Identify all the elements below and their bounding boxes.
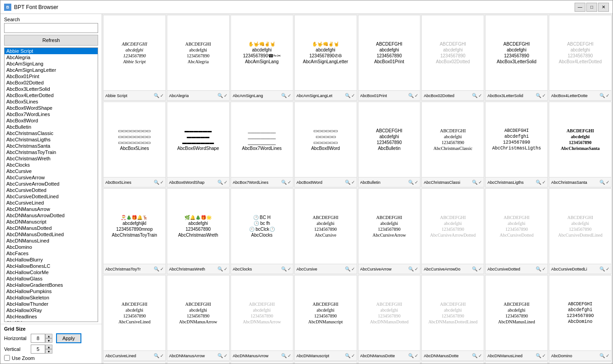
search-icon[interactable]: 🔍 xyxy=(281,266,287,271)
check-icon[interactable]: ✓ xyxy=(415,266,418,271)
font-cell[interactable]: ABCDEFGHIabcdefghi1234567890AbcDNManuscr… xyxy=(294,275,357,361)
search-icon[interactable]: 🔍 xyxy=(345,180,350,185)
font-cell[interactable]: ABCDEFGHIABCDEFGHI1234567890ABCHALLOWBLU… xyxy=(167,362,230,364)
search-icon[interactable]: 🔍 xyxy=(408,266,414,271)
check-icon[interactable]: ✓ xyxy=(478,266,482,271)
font-list-item[interactable]: AbcBox02Dotted xyxy=(5,79,98,86)
check-icon[interactable]: ✓ xyxy=(606,353,609,358)
search-icon[interactable]: 🔍 xyxy=(599,180,605,185)
check-icon[interactable]: ✓ xyxy=(542,266,546,271)
font-list-item[interactable]: AbcHallowSkeleton xyxy=(5,294,98,301)
check-icon[interactable]: ✓ xyxy=(160,93,164,98)
check-icon[interactable]: ✓ xyxy=(160,180,164,185)
font-list-item[interactable]: AbcAmSignLangLetter xyxy=(5,67,98,73)
font-cell[interactable]: ABCDEFGHIabcdefghi1234567890AbcDNManusAr… xyxy=(167,275,230,361)
search-input[interactable] xyxy=(4,23,98,33)
check-icon[interactable]: ✓ xyxy=(478,353,482,358)
check-icon[interactable]: ✓ xyxy=(351,93,355,98)
search-icon[interactable]: 🔍 xyxy=(154,93,159,98)
search-icon[interactable]: 🔍 xyxy=(472,93,477,98)
search-icon[interactable]: 🔍 xyxy=(536,266,541,271)
font-cell[interactable]: ABCDEFGHIABCDEFGHI1234567890AbcHallowBon… xyxy=(231,362,293,364)
font-cell[interactable]: ABCDEFGO!abcde fghi123456l890AbcHallowGl… xyxy=(358,362,421,364)
font-cell[interactable]: ABCDEFGHIabcdefghi123456789OAbcDominoAbc… xyxy=(549,275,612,361)
font-cell[interactable]: ABCDEFGHIabcdefghi1234567890AbcCursiveAr… xyxy=(421,188,484,274)
font-list-item[interactable]: AbcHallowBonesLC xyxy=(5,263,98,269)
search-icon[interactable]: 🔍 xyxy=(536,93,541,98)
search-icon[interactable]: 🔍 xyxy=(217,266,223,271)
font-cell[interactable]: ABCDEFGHIabcdefghi1234567890AbcChristmas… xyxy=(421,102,484,187)
font-list-item[interactable]: AbcBox8Word xyxy=(5,117,98,124)
font-list-item[interactable]: AbcBox3LetterSolid xyxy=(5,86,98,92)
font-cell[interactable]: [☠☠☠☠☠☠][💀💀💀💀][☠💀☠💀☠]AbcHallowSkeletonAb… xyxy=(549,362,612,364)
search-icon[interactable]: 🔍 xyxy=(408,353,414,358)
check-icon[interactable]: ✓ xyxy=(288,353,291,358)
font-list-item[interactable]: AbcAmSignLang xyxy=(5,61,98,67)
check-icon[interactable]: ✓ xyxy=(606,266,609,271)
search-icon[interactable]: 🔍 xyxy=(472,353,477,358)
search-icon[interactable]: 🔍 xyxy=(281,180,287,185)
font-cell[interactable]: ABCDEFGHIabcdefghi1234567890AbcDNManusDo… xyxy=(358,275,421,361)
search-icon[interactable]: 🔍 xyxy=(599,266,605,271)
font-list-item[interactable]: AbcChristmasLigths xyxy=(5,136,98,143)
check-icon[interactable]: ✓ xyxy=(160,266,164,271)
font-list-item[interactable]: AbcBox6WordShape xyxy=(5,105,98,111)
font-cell[interactable]: ABCDEFGHIabcdefghi1234567890AbcDNManusLi… xyxy=(485,275,548,361)
font-list-item[interactable]: AbcHallowThunder xyxy=(5,301,98,307)
font-cell[interactable]: ABCDEFGHIabcdefghi1234567890AbcCursiveDo… xyxy=(549,188,612,274)
font-cell[interactable]: 🌿🔔🎄🎁🌟abcdefghi1234567890AbcChristmasWret… xyxy=(167,188,230,274)
font-cell[interactable]: ABCDEFGHIabcdefghi1234567890AbcCursiveAb… xyxy=(294,188,357,274)
font-cell[interactable]: ✋🤟👊✌️🤘abcdefghi1234567890☎✁✂AbcAmSignLan… xyxy=(231,15,293,101)
font-list-item[interactable]: AbcHallowGlass xyxy=(5,275,98,282)
font-list-item[interactable]: AbcDomino xyxy=(5,244,98,250)
vertical-up-button[interactable]: ▲ xyxy=(45,345,52,349)
refresh-button[interactable]: Refresh xyxy=(4,35,98,46)
font-cell[interactable]: 🎅🎄🎁🔔🦌abcdefghijkl1234567890mnopAbcChrist… xyxy=(103,188,166,274)
search-icon[interactable]: 🔍 xyxy=(154,353,159,358)
font-cell[interactable]: _________________________________AbcBox7… xyxy=(231,102,293,187)
horizontal-input[interactable] xyxy=(31,334,45,343)
font-list-item[interactable]: AbcBox7WordLines xyxy=(5,111,98,117)
font-cell[interactable]: ABCDEFGHIabcdefghi1234567890AbcChristmas… xyxy=(549,102,612,187)
font-cell[interactable]: ABCDEFGHIabcdefghi1234567890AbcCursiveLi… xyxy=(103,275,166,361)
font-list-item[interactable]: AbcHallowPumpkins xyxy=(5,288,98,294)
font-list-item[interactable]: AbcHallowColorMe xyxy=(5,269,98,275)
font-list-item[interactable]: AbcCursiveArrowDotted xyxy=(5,181,98,187)
search-icon[interactable]: 🔍 xyxy=(281,93,287,98)
font-list-item[interactable]: AbcChristmasClassic xyxy=(5,130,98,136)
font-cell[interactable]: ABCDEFGHIabcdefghi1234567890Abc Hallow P… xyxy=(485,362,548,364)
font-cell[interactable]: ✋🤟👊✌️🤘abcdefghi1234567890✆✇AbcAmSignLang… xyxy=(294,15,357,101)
font-list-item[interactable]: AbcClocks xyxy=(5,162,98,168)
font-list-item[interactable]: AbcHeadlines xyxy=(5,313,98,320)
font-list-item[interactable]: AbcHallowXRay xyxy=(5,307,98,313)
font-list-item[interactable]: AbcBulletin xyxy=(5,124,98,130)
check-icon[interactable]: ✓ xyxy=(224,93,227,98)
font-list-item[interactable]: AbcChristmasSanta xyxy=(5,143,98,149)
font-list-item[interactable]: AbcChristmasToyTrain xyxy=(5,149,98,155)
check-icon[interactable]: ✓ xyxy=(288,93,291,98)
font-cell[interactable]: ABCDEFGHIabcdefghi1234567890Abbie Script… xyxy=(103,15,166,101)
check-icon[interactable]: ✓ xyxy=(542,93,546,98)
vertical-down-button[interactable]: ▼ xyxy=(45,349,52,354)
font-list-item[interactable]: AbcBox01Print xyxy=(5,73,98,79)
font-cell[interactable]: ▭▭▭▭▭▭▭▭▭▭▭▭▭▭▭▭▭AbcBox8WordAbcBox8Word🔍… xyxy=(294,102,357,187)
font-cell[interactable]: ABCDEFGHIabcdefghi1234567890AbcBox01Prin… xyxy=(358,15,421,101)
check-icon[interactable]: ✓ xyxy=(351,180,355,185)
minimize-button[interactable]: — xyxy=(575,3,585,12)
horizontal-down-button[interactable]: ▼ xyxy=(45,338,52,343)
font-cell[interactable]: ABCDEFGHIabcdefghi1234567890AbcDNManusDo… xyxy=(421,275,484,361)
font-grid-area[interactable]: ABCDEFGHIabcdefghi1234567890Abbie Script… xyxy=(102,14,613,364)
search-icon[interactable]: 🔍 xyxy=(217,353,223,358)
search-icon[interactable]: 🔍 xyxy=(536,180,541,185)
font-list-item[interactable]: AbcCursiveDottedLined xyxy=(5,193,98,200)
check-icon[interactable]: ✓ xyxy=(606,180,609,185)
check-icon[interactable]: ✓ xyxy=(224,353,227,358)
font-list-item[interactable]: AbcDNManusDottedLined xyxy=(5,231,98,238)
font-cell[interactable]: 🕐 BC H🕒 bc fh🕙 bcClck🕛AbcClocksAbcClocks… xyxy=(231,188,293,274)
font-cell[interactable]: ABCDEFGHIabcdefghi1234567890AbcBox4Lette… xyxy=(549,15,612,101)
search-icon[interactable]: 🔍 xyxy=(281,353,287,358)
search-icon[interactable]: 🔍 xyxy=(472,266,477,271)
search-icon[interactable]: 🔍 xyxy=(408,93,414,98)
vertical-input[interactable] xyxy=(31,345,45,354)
search-icon[interactable]: 🔍 xyxy=(154,180,159,185)
